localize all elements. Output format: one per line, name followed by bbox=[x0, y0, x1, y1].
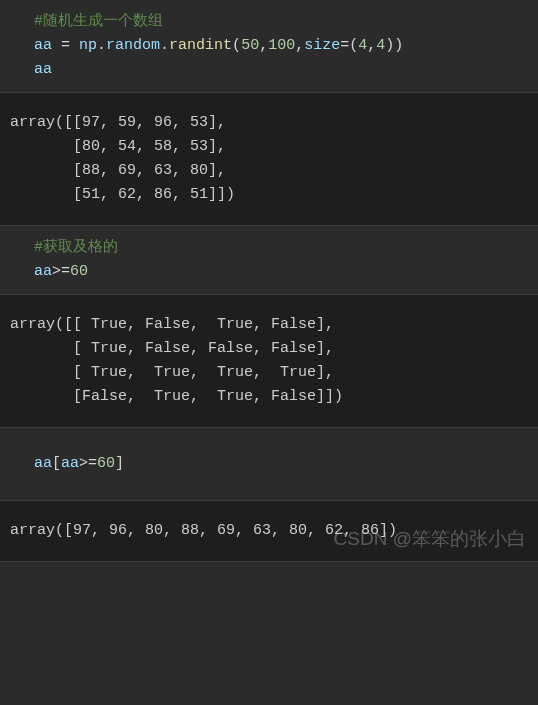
dot: . bbox=[160, 37, 169, 54]
comma: , bbox=[259, 37, 268, 54]
operator-ge: >= bbox=[79, 455, 97, 472]
number: 4 bbox=[376, 37, 385, 54]
comment-line: #获取及格的 bbox=[34, 236, 538, 260]
code-cell-1: #随机生成一个数组 aa = np.random.randint(50,100,… bbox=[0, 0, 538, 92]
variable: aa bbox=[34, 37, 52, 54]
number: 4 bbox=[358, 37, 367, 54]
variable: aa bbox=[34, 263, 52, 280]
comma: , bbox=[367, 37, 376, 54]
module-np: np bbox=[79, 37, 97, 54]
comment-text: #获取及格的 bbox=[34, 239, 118, 256]
code-cell-2: #获取及格的 aa>=60 bbox=[0, 226, 538, 294]
func-randint: randint bbox=[169, 37, 232, 54]
variable: aa bbox=[34, 455, 52, 472]
number: 60 bbox=[97, 455, 115, 472]
output-cell-2: array([[ True, False, True, False], [ Tr… bbox=[0, 294, 538, 428]
paren-close: ) bbox=[385, 37, 394, 54]
number: 60 bbox=[70, 263, 88, 280]
number: 50 bbox=[241, 37, 259, 54]
equals: = bbox=[340, 37, 349, 54]
kwarg-size: size bbox=[304, 37, 340, 54]
equals: = bbox=[52, 37, 79, 54]
code-cell-3: aa[aa>=60] bbox=[0, 428, 538, 500]
comma: , bbox=[295, 37, 304, 54]
code-line: aa>=60 bbox=[34, 260, 538, 284]
code-line: aa[aa>=60] bbox=[34, 452, 538, 476]
paren-open: ( bbox=[349, 37, 358, 54]
paren-close: ) bbox=[394, 37, 403, 54]
bracket-open: [ bbox=[52, 455, 61, 472]
variable: aa bbox=[34, 61, 52, 78]
operator-ge: >= bbox=[52, 263, 70, 280]
output-cell-1: array([[97, 59, 96, 53], [80, 54, 58, 53… bbox=[0, 92, 538, 226]
comment-line: #随机生成一个数组 bbox=[34, 10, 538, 34]
module-random: random bbox=[106, 37, 160, 54]
dot: . bbox=[97, 37, 106, 54]
bracket-close: ] bbox=[115, 455, 124, 472]
code-line: aa bbox=[34, 58, 538, 82]
comment-text: #随机生成一个数组 bbox=[34, 13, 163, 30]
paren-open: ( bbox=[232, 37, 241, 54]
number: 100 bbox=[268, 37, 295, 54]
code-line: aa = np.random.randint(50,100,size=(4,4)… bbox=[34, 34, 538, 58]
variable: aa bbox=[61, 455, 79, 472]
output-cell-3: array([97, 96, 80, 88, 69, 63, 80, 62, 8… bbox=[0, 500, 538, 562]
